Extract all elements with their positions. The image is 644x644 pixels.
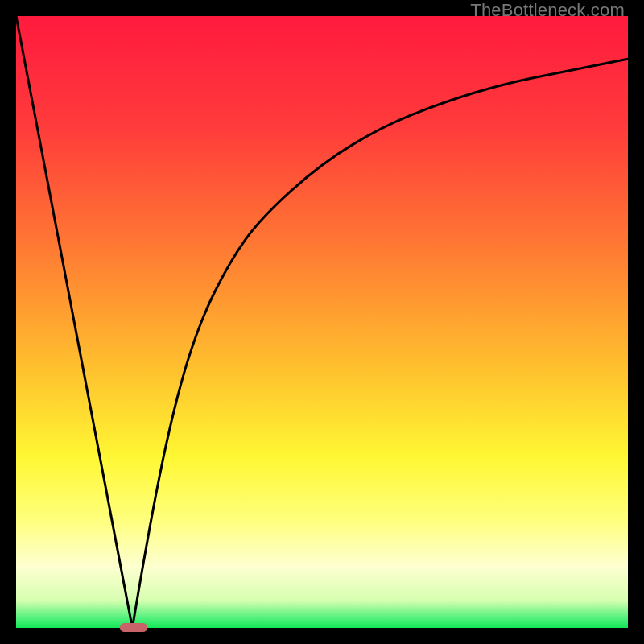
plot-area (16, 16, 628, 628)
watermark-text: TheBottleneck.com (470, 0, 625, 21)
bottleneck-curve (16, 16, 628, 628)
chart-container: TheBottleneck.com (0, 0, 644, 644)
optimum-marker (120, 623, 147, 632)
